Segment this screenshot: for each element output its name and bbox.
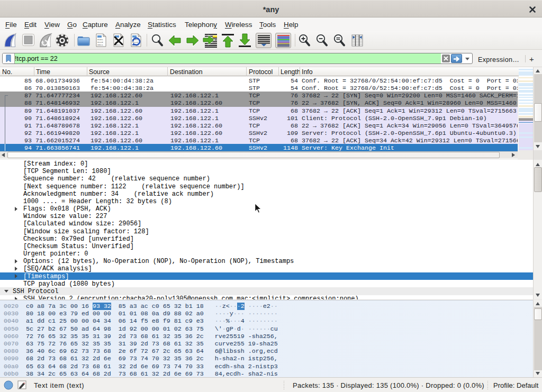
svg-text:0011: 0011 bbox=[97, 43, 103, 46]
